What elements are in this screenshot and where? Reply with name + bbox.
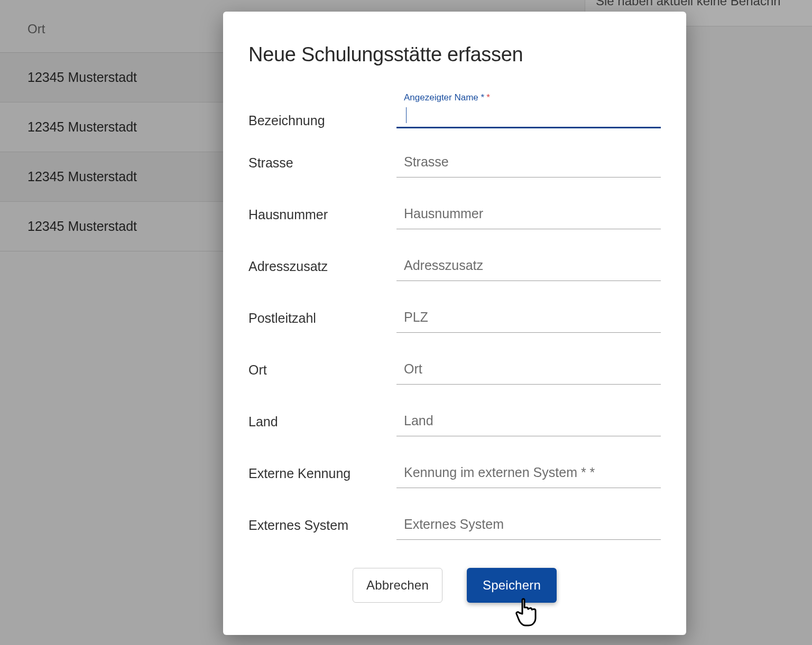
- hausnummer-input[interactable]: [404, 203, 653, 221]
- label-strasse: Strasse: [248, 153, 396, 171]
- ort-input[interactable]: [404, 358, 653, 377]
- form-row-ort: Ort: [248, 348, 661, 389]
- label-bezeichnung: Bezeichnung: [248, 111, 396, 128]
- field-ort[interactable]: [396, 353, 661, 385]
- form-row-externes-system: Externes System: [248, 503, 661, 545]
- field-adresszusatz[interactable]: [396, 249, 661, 281]
- strasse-input[interactable]: [404, 151, 653, 170]
- form-row-land: Land: [248, 400, 661, 441]
- floating-label-text: Angezeigter Name *: [404, 92, 484, 103]
- form-row-adresszusatz: Adresszusatz: [248, 245, 661, 286]
- externe-kennung-input[interactable]: [404, 462, 653, 480]
- cancel-button[interactable]: Abbrechen: [353, 568, 442, 603]
- field-postleitzahl[interactable]: [396, 301, 661, 333]
- text-caret-icon: [406, 107, 407, 123]
- modal-title: Neue Schulungsstätte erfassen: [248, 43, 661, 66]
- modal-button-row: Abbrechen Speichern: [248, 568, 661, 603]
- field-bezeichnung[interactable]: Angezeigter Name * *: [396, 97, 661, 128]
- form-row-postleitzahl: Postleitzahl: [248, 296, 661, 338]
- externes-system-input[interactable]: [404, 513, 653, 532]
- postleitzahl-input[interactable]: [404, 306, 653, 325]
- floating-label-bezeichnung: Angezeigter Name * *: [404, 92, 490, 103]
- label-land: Land: [248, 412, 396, 429]
- bezeichnung-input[interactable]: [404, 102, 653, 120]
- form-row-strasse: Strasse: [248, 141, 661, 182]
- required-asterisk: *: [486, 92, 490, 103]
- land-input[interactable]: [404, 410, 653, 428]
- form-row-bezeichnung: Bezeichnung Angezeigter Name * *: [248, 87, 661, 128]
- label-externes-system: Externes System: [248, 516, 396, 533]
- modal-form: Bezeichnung Angezeigter Name * * Strasse…: [248, 87, 661, 545]
- field-strasse[interactable]: [396, 146, 661, 177]
- label-hausnummer: Hausnummer: [248, 205, 396, 222]
- modal-dialog: Neue Schulungsstätte erfassen Bezeichnun…: [223, 12, 686, 635]
- label-adresszusatz: Adresszusatz: [248, 257, 396, 274]
- form-row-hausnummer: Hausnummer: [248, 193, 661, 234]
- field-externes-system[interactable]: [396, 508, 661, 540]
- save-button[interactable]: Speichern: [467, 568, 557, 603]
- field-externe-kennung[interactable]: [396, 456, 661, 488]
- label-ort: Ort: [248, 360, 396, 378]
- field-hausnummer[interactable]: [396, 198, 661, 229]
- field-land[interactable]: [396, 405, 661, 436]
- form-row-externe-kennung: Externe Kennung: [248, 452, 661, 493]
- label-externe-kennung: Externe Kennung: [248, 464, 396, 481]
- adresszusatz-input[interactable]: [404, 255, 653, 273]
- label-postleitzahl: Postleitzahl: [248, 309, 396, 326]
